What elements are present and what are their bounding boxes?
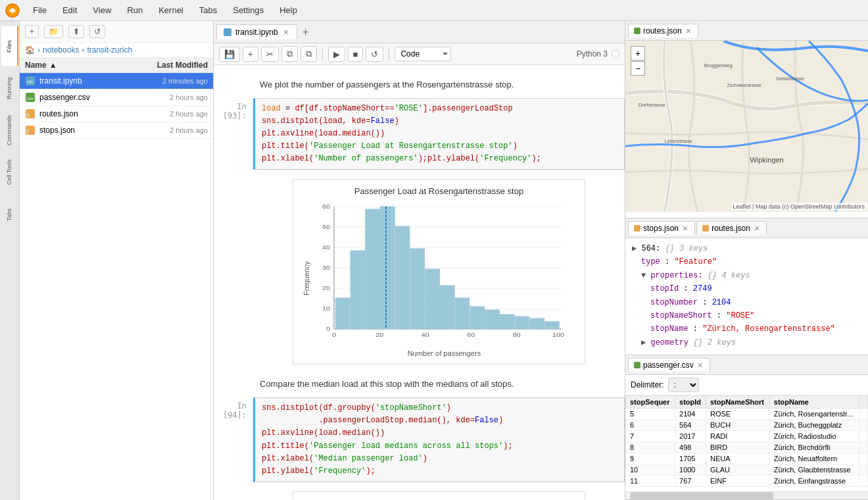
cell-code-93: In [93]: load = df[df.stopNameShort=='RO… bbox=[214, 98, 625, 170]
csv-file-icon bbox=[634, 362, 640, 368]
file-modified: 2 hours ago bbox=[129, 126, 208, 134]
chart-ylabel: Frequency bbox=[300, 200, 310, 357]
upload-button[interactable]: ⬆ bbox=[68, 25, 84, 38]
json-tab-stops-close[interactable]: × bbox=[681, 224, 689, 233]
new-folder-button[interactable]: 📁 bbox=[44, 25, 63, 38]
notebook-tab[interactable]: transit.ipynb × bbox=[216, 24, 297, 39]
col-modified-header[interactable]: Last Modified bbox=[129, 61, 208, 70]
sidebar-item-celltools[interactable]: Cell Tools bbox=[1, 153, 18, 192]
table-row: 5 2104 ROSE Zürich, Rosengartenstr... bbox=[626, 409, 868, 420]
table-row: 10 1000 GLAU Zürich, Glaubtenstrasse bbox=[626, 464, 868, 476]
cell-body[interactable]: sns.distplot(df.groupby('stopNameShort')… bbox=[253, 397, 625, 482]
tab-close-button[interactable]: × bbox=[282, 28, 290, 37]
scroll-thumb[interactable] bbox=[631, 492, 773, 499]
list-item[interactable]: csv passenger.csv 2 hours ago bbox=[20, 89, 213, 106]
code-line: plt.axvline(load.median()) bbox=[262, 427, 617, 439]
code-line: plt.title('Passenger load medians across… bbox=[262, 440, 617, 453]
cell-gutter bbox=[214, 74, 253, 95]
json-tab-stops[interactable]: stops.json × bbox=[628, 221, 695, 235]
scroll-corner bbox=[625, 492, 631, 499]
cell-body[interactable]: We plot the number of passengers at the … bbox=[253, 74, 625, 95]
menu-help[interactable]: Help bbox=[277, 4, 300, 16]
delimiter-select[interactable]: : , ; tab bbox=[668, 378, 699, 392]
notebook-area: transit.ipynb × + 💾 + ✂ ⧉ ⧉ ▶ ■ ↺ Code M… bbox=[214, 21, 625, 500]
map-tab-close[interactable]: × bbox=[685, 26, 692, 36]
file-name: transit.ipynb bbox=[39, 76, 129, 86]
refresh-button[interactable]: ↺ bbox=[89, 25, 105, 38]
scroll-track[interactable] bbox=[631, 492, 868, 499]
json-arrow-expand[interactable]: ▶ bbox=[632, 244, 637, 253]
map-area[interactable]: Wipkingen Dorfstrasse Bruggerweg Lehenst… bbox=[625, 41, 868, 212]
list-item[interactable]: {} stops.json 2 hours ago bbox=[20, 122, 213, 139]
file-list-header[interactable]: Name ▲ Last Modified bbox=[20, 58, 213, 73]
code-cell-box[interactable]: load = df[df.stopNameShort=='ROSE'].pass… bbox=[253, 98, 625, 170]
right-panel: routes.json × bbox=[625, 21, 868, 500]
list-item[interactable]: nb transit.ipynb 2 minutes ago bbox=[20, 73, 213, 89]
map-file-icon bbox=[634, 28, 640, 34]
cell-chart-body-2: Passenger load medians across all stops … bbox=[253, 485, 625, 500]
zoom-out-button[interactable]: − bbox=[631, 61, 645, 76]
sidebar-item-files[interactable]: Files bbox=[1, 26, 18, 66]
csv-scrollbar[interactable] bbox=[625, 491, 868, 499]
menu-file[interactable]: File bbox=[30, 4, 49, 16]
zoom-in-button[interactable]: + bbox=[631, 46, 645, 61]
file-modified: 2 hours ago bbox=[129, 110, 208, 118]
file-toolbar: + 📁 ⬆ ↺ bbox=[20, 21, 213, 43]
add-cell-button[interactable]: + bbox=[243, 47, 258, 62]
csv-tab-close[interactable]: × bbox=[696, 361, 704, 370]
cell-body[interactable]: load = df[df.stopNameShort=='ROSE'].pass… bbox=[253, 98, 625, 170]
menu-kernel[interactable]: Kernel bbox=[156, 4, 186, 16]
save-button[interactable]: 💾 bbox=[219, 47, 240, 62]
breadcrumb-notebooks[interactable]: notebooks bbox=[43, 45, 79, 55]
svg-text:10: 10 bbox=[322, 305, 330, 312]
chart-container-2: Passenger load medians across all stops … bbox=[293, 491, 585, 500]
map-attribution: Leaflet | Map data (c) OpenStreetMap con… bbox=[731, 203, 867, 211]
menu-view[interactable]: View bbox=[90, 4, 114, 16]
stop-button[interactable]: ■ bbox=[348, 47, 364, 62]
menu-settings[interactable]: Settings bbox=[230, 4, 266, 16]
cell-name: Zürich, Radiostudio bbox=[769, 431, 859, 442]
new-file-button[interactable]: + bbox=[25, 25, 39, 38]
json-tab-routes-close[interactable]: × bbox=[753, 224, 761, 233]
paste-button[interactable]: ⧉ bbox=[301, 46, 317, 62]
svg-rect-26 bbox=[350, 251, 365, 329]
sidebar-item-commands[interactable]: Commands bbox=[1, 111, 18, 150]
sidebar-item-tabs[interactable]: Tabs bbox=[1, 195, 18, 234]
csv-table-container[interactable]: stopSequer stopId stopNameShort stopName… bbox=[625, 395, 868, 491]
json-tab-routes[interactable]: routes.json × bbox=[696, 221, 767, 235]
code-line: .passengerLoadStop.median(), kde=False) bbox=[262, 414, 617, 427]
svg-rect-33 bbox=[455, 298, 470, 329]
tab-add-button[interactable]: + bbox=[299, 26, 312, 38]
col-name-header[interactable]: Name ▲ bbox=[25, 61, 129, 70]
list-item[interactable]: {} routes.json 2 hours ago bbox=[20, 106, 213, 122]
menu-edit[interactable]: Edit bbox=[60, 4, 80, 16]
restart-button[interactable]: ↺ bbox=[366, 47, 383, 62]
chart-inner: Frequency bbox=[300, 200, 578, 357]
cell-name: Zürich, Neuaffoltern bbox=[769, 453, 859, 464]
csv-tab[interactable]: passenger.csv × bbox=[628, 358, 710, 372]
file-modified: 2 hours ago bbox=[129, 93, 208, 101]
copy-button[interactable]: ⧉ bbox=[281, 46, 298, 62]
table-row: 9 1705 NEUA Zürich, Neuaffoltern bbox=[626, 453, 868, 464]
json-geometry-arrow[interactable]: ▶ bbox=[641, 338, 646, 347]
breadcrumb-home[interactable]: 🏠 bbox=[25, 45, 35, 55]
text-cell-content: We plot the number of passengers at the … bbox=[253, 74, 625, 95]
col-header-seq: stopSequer bbox=[626, 396, 675, 409]
cell-name: Zürich, Bucheggplatz bbox=[769, 420, 859, 431]
table-row: 7 2017 RADI Zürich, Radiostudio bbox=[626, 431, 868, 442]
map-section: routes.json × bbox=[625, 21, 868, 218]
sidebar-item-running[interactable]: Running bbox=[1, 68, 18, 108]
json-properties-arrow[interactable]: ▼ bbox=[641, 271, 646, 280]
svg-text:40: 40 bbox=[422, 332, 429, 338]
cell-type-select[interactable]: Code Markdown Raw bbox=[395, 47, 451, 61]
cell-body[interactable]: Compare the median load at this stop wit… bbox=[253, 374, 625, 395]
json-stops-icon bbox=[634, 225, 640, 232]
json-line: ▶ 564: {} 3 keys bbox=[632, 242, 861, 255]
code-cell-box-94[interactable]: sns.distplot(df.groupby('stopNameShort')… bbox=[253, 397, 625, 482]
cut-button[interactable]: ✂ bbox=[261, 47, 279, 62]
menu-run[interactable]: Run bbox=[124, 4, 145, 16]
run-button[interactable]: ▶ bbox=[328, 47, 345, 62]
map-tab[interactable]: routes.json × bbox=[628, 24, 698, 38]
menu-tabs[interactable]: Tabs bbox=[197, 4, 220, 16]
breadcrumb-folder[interactable]: transit-zurich bbox=[87, 45, 132, 55]
